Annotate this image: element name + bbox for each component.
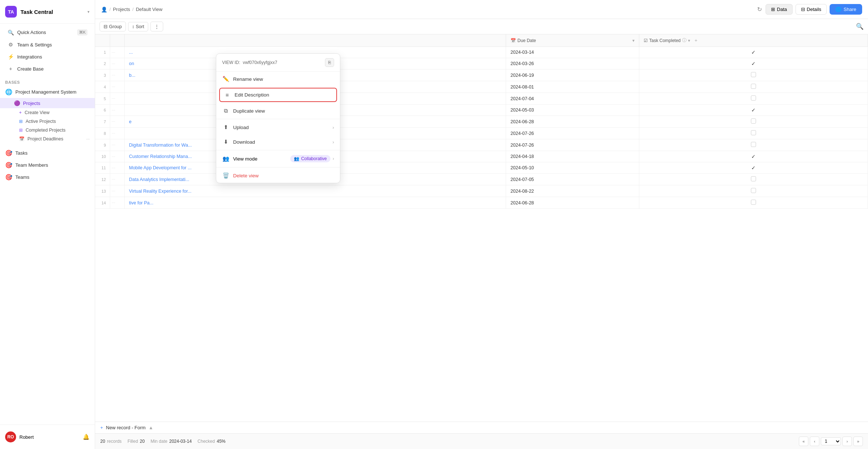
more-options-button[interactable]: ⋮	[150, 22, 163, 31]
last-page-button[interactable]: »	[853, 437, 863, 446]
chevron-right-icon: ›	[333, 125, 334, 130]
row-task-completed[interactable]: ✓	[639, 47, 868, 58]
row-task-completed[interactable]	[639, 116, 868, 128]
sidebar-item-create-base[interactable]: + Create Base	[2, 63, 93, 75]
row-task-completed[interactable]: ✓	[639, 151, 868, 162]
app-logo[interactable]: TA Task Central ▾	[0, 0, 95, 24]
view-mode-label: View mode	[233, 156, 258, 162]
share-icon: 🌐	[835, 7, 841, 12]
refresh-icon[interactable]: ↻	[757, 6, 762, 13]
row-expand-icon[interactable]: ⋯	[110, 128, 124, 139]
menu-duplicate-view[interactable]: ⧉ Duplicate view	[216, 103, 340, 118]
row-number: 10	[95, 151, 110, 162]
row-task-completed[interactable]	[639, 139, 868, 151]
sidebar-base-project-management[interactable]: 🌐 Project Management System	[0, 86, 95, 98]
row-task-completed[interactable]	[639, 197, 868, 209]
row-task-completed[interactable]	[639, 185, 868, 197]
search-icon[interactable]: 🔍	[856, 23, 864, 30]
sidebar-item-completed-projects[interactable]: ⊞ Completed Projects	[0, 126, 95, 135]
row-task-completed[interactable]: ✓	[639, 162, 868, 174]
row-expand-icon[interactable]: ⋯	[110, 116, 124, 128]
col-task-completed[interactable]: ☑ Task Completed ⓘ ▾ +	[639, 34, 868, 47]
tasks-icon: 🎯	[5, 150, 12, 156]
row-name[interactable]: tive for Pa...	[124, 197, 506, 209]
menu-delete-view[interactable]: 🗑️ Delete view	[216, 168, 340, 183]
sidebar-item-active-projects[interactable]: ⊞ Active Projects	[0, 117, 95, 126]
sidebar-item-team-members[interactable]: 🎯 Team Members	[0, 159, 95, 171]
sidebar-item-projects[interactable]: 🟣 Projects	[0, 98, 95, 108]
checkbox-icon: ☑	[644, 38, 648, 43]
page-select[interactable]: 1	[821, 437, 841, 445]
details-tab-button[interactable]: ⊟ Details	[796, 4, 827, 15]
grid-icon: ⊞	[771, 7, 775, 12]
row-expand-icon[interactable]: ⋯	[110, 93, 124, 105]
main-content: 👤 / Projects / Default View ↻ ⊞ Data ⊟ D…	[95, 0, 868, 449]
prev-page-button[interactable]: ‹	[810, 437, 819, 446]
next-page-button[interactable]: ›	[842, 437, 852, 446]
add-column-button[interactable]: +	[692, 38, 700, 43]
checkbox-empty-icon	[751, 200, 756, 205]
row-task-completed[interactable]	[639, 128, 868, 139]
sidebar-item-integrations[interactable]: ⚡ Integrations	[2, 51, 93, 63]
records-count: 20	[100, 439, 105, 444]
row-expand-icon[interactable]: ⋯	[110, 197, 124, 209]
breadcrumb-projects[interactable]: Projects	[113, 7, 130, 12]
sort-button[interactable]: ↕ Sort	[128, 22, 148, 31]
menu-download[interactable]: ⬇ Download ›	[216, 135, 340, 149]
filled-stat: Filled 20	[127, 439, 145, 444]
menu-rename-view[interactable]: ✏️ Rename view	[216, 72, 340, 86]
row-expand-icon[interactable]: ⋯	[110, 185, 124, 197]
plus-icon: +	[19, 110, 22, 115]
row-name[interactable]: Virtual Reality Experience for...	[124, 185, 506, 197]
new-record-label[interactable]: New record - Form	[106, 425, 146, 430]
notification-bell-icon[interactable]: 🔔	[83, 434, 90, 440]
grid-icon-2: ⊞	[19, 128, 23, 133]
row-expand-icon[interactable]: ⋯	[110, 58, 124, 69]
row-due-date: 2024-07-04	[506, 93, 639, 105]
row-task-completed[interactable]: ✓	[639, 58, 868, 69]
row-task-completed[interactable]	[639, 93, 868, 105]
menu-view-mode[interactable]: 👥 View mode 👥 Collaborative ›	[216, 151, 340, 166]
view-id-text: VIEW ID: vwf070x6yyfgjxx7	[222, 60, 277, 65]
copy-view-id-button[interactable]: ⎘	[325, 58, 334, 67]
row-expand-icon[interactable]: ⋯	[110, 81, 124, 93]
row-expand-icon[interactable]: ⋯	[110, 105, 124, 116]
row-task-completed[interactable]	[639, 174, 868, 185]
download-icon: ⬇	[222, 139, 229, 145]
expand-icon[interactable]: ▲	[149, 425, 153, 430]
menu-upload[interactable]: ⬆ Upload ›	[216, 120, 340, 135]
chevron-down-icon: ▾	[632, 38, 635, 43]
row-number: 3	[95, 69, 110, 81]
sidebar-item-teams[interactable]: 🎯 Teams	[0, 171, 95, 183]
row-expand-icon[interactable]: ⋯	[110, 139, 124, 151]
menu-edit-description[interactable]: ≡ Edit Description	[219, 88, 337, 102]
share-button[interactable]: 🌐 Share	[830, 4, 862, 15]
col-due-date[interactable]: 📅 Due Date ▾	[506, 34, 639, 47]
row-task-completed[interactable]: ✓	[639, 105, 868, 116]
first-page-button[interactable]: «	[799, 437, 808, 446]
data-tab-button[interactable]: ⊞ Data	[766, 4, 792, 15]
sidebar-item-quick-actions[interactable]: 🔍 Quick Actions ⌘K	[2, 26, 93, 38]
row-expand-icon[interactable]: ⋯	[110, 69, 124, 81]
group-button[interactable]: ⊟ Group	[100, 22, 126, 31]
sidebar-item-create-view[interactable]: + Create View	[0, 108, 95, 117]
breadcrumb-home-icon: 👤	[101, 7, 107, 12]
row-expand-icon[interactable]: ⋯	[110, 47, 124, 58]
sidebar-item-project-deadlines[interactable]: 📅 Project Deadlines ···	[0, 135, 95, 143]
breadcrumb-default-view[interactable]: Default View	[136, 7, 162, 12]
row-expand-icon[interactable]: ⋯	[110, 174, 124, 185]
checkmark-icon: ✓	[751, 61, 756, 67]
copy-icon: ⎘	[328, 60, 331, 65]
row-expand-icon[interactable]: ⋯	[110, 151, 124, 162]
row-number: 6	[95, 105, 110, 116]
row-task-completed[interactable]	[639, 81, 868, 93]
sidebar-item-tasks[interactable]: 🎯 Tasks	[0, 147, 95, 159]
logo-avatar: TA	[5, 6, 17, 18]
col-row-num	[95, 34, 110, 47]
row-expand-icon[interactable]: ⋯	[110, 162, 124, 174]
user-row[interactable]: RO Robert 🔔	[0, 429, 95, 445]
row-number: 4	[95, 81, 110, 93]
sidebar-item-team-settings[interactable]: ⚙ Team & Settings	[2, 39, 93, 50]
row-task-completed[interactable]	[639, 69, 868, 81]
collaborative-label: Collaborative	[301, 156, 327, 161]
